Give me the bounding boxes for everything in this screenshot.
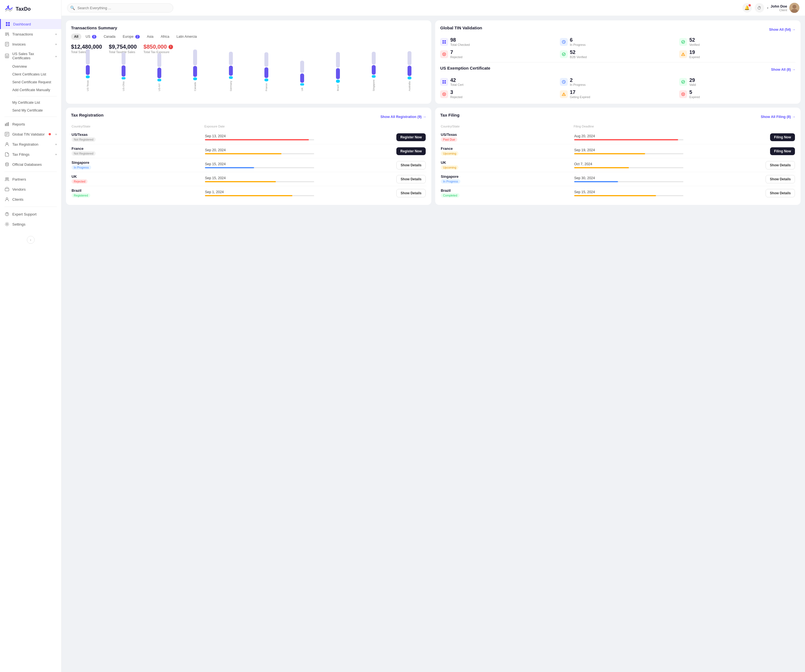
user-area[interactable]: ▾ John Doe Client	[767, 3, 799, 13]
sidebar-label-tax-registration: Tax Registration	[12, 142, 38, 146]
bar-label: France	[265, 83, 268, 91]
stat-box: 98Total Checked	[440, 38, 557, 46]
bar-segment-cyan	[264, 79, 268, 81]
register-now-button[interactable]: Register Now	[396, 147, 426, 155]
stat-box: 52B2B Verified	[560, 50, 676, 59]
filing-col2: Filing Deadline	[573, 125, 684, 128]
status-badge: In Progress	[441, 179, 460, 184]
sidebar-item-transactions[interactable]: Transactions ▾	[0, 29, 61, 39]
table-row: FranceNot RegisteredSep 20, 2024Register…	[71, 144, 426, 158]
svg-point-22	[6, 143, 8, 144]
sidebar-item-us-sales-tax[interactable]: US Sales Tax Certificates ▴	[0, 49, 61, 62]
bar-segment-light	[86, 49, 90, 64]
clock-icon	[560, 78, 568, 86]
chevron-up-icon: ▴	[55, 54, 57, 58]
show-details-button[interactable]: Show Details	[766, 175, 795, 183]
stat-info: 29Valid	[689, 78, 696, 87]
filter-us[interactable]: US 8	[82, 34, 100, 40]
svg-rect-7	[5, 35, 7, 36]
tin-show-all[interactable]: Show All (54) →	[769, 28, 795, 31]
sub-send-request[interactable]: Send Certificate Request	[12, 78, 61, 86]
svg-point-25	[7, 178, 9, 179]
vendors-icon	[5, 187, 10, 192]
sidebar-item-dashboard[interactable]: Dashboard	[0, 19, 61, 29]
stat-value: 7	[450, 50, 462, 55]
exposure-inline: $850,000 !	[143, 44, 173, 50]
bar-group: Singapore	[357, 47, 391, 91]
bar-segment-purple	[372, 65, 376, 75]
sidebar-item-vendors[interactable]: Vendors	[0, 184, 61, 194]
sidebar-item-partners[interactable]: Partners	[0, 174, 61, 184]
sub-my-cert[interactable]: My Certificate List	[12, 99, 61, 107]
show-details-button[interactable]: Show Details	[396, 175, 426, 183]
filter-latin[interactable]: Latin Amercia	[174, 34, 200, 40]
country-cell: US/TexasNot Registered	[72, 133, 203, 142]
bar-segment-light	[122, 52, 125, 65]
sidebar-item-clients[interactable]: Clients	[0, 194, 61, 204]
content-area: Transactions Summary All US 8 Canada Eur…	[61, 16, 805, 672]
stat-label: In Progress	[570, 83, 586, 86]
tin-title: Global TIN Validation	[440, 25, 482, 30]
show-details-button[interactable]: Show Details	[396, 161, 426, 169]
reg-show-all[interactable]: Show All Registration (9) →	[380, 115, 426, 119]
status-badge: Rejected	[72, 179, 87, 184]
svg-rect-2	[8, 22, 10, 24]
sidebar-label-invoices: Invoices	[12, 42, 26, 46]
register-now-button[interactable]: Register Now	[396, 133, 426, 141]
filter-all[interactable]: All	[71, 34, 81, 40]
date-text: Sep 15, 2024	[205, 176, 314, 180]
filing-now-button[interactable]: Filing Now	[770, 133, 795, 141]
sidebar-item-invoices[interactable]: Invoices ▾	[0, 39, 61, 49]
sidebar-item-tax-filings[interactable]: Tax Filings ▾	[0, 149, 61, 159]
sub-client-certs[interactable]: Client Certificates List	[12, 71, 61, 78]
notifications-button[interactable]: 🔔	[743, 3, 752, 13]
bar-label: UK	[301, 87, 304, 91]
sidebar-item-global-tin[interactable]: Global TIN Validator ▾	[0, 129, 61, 139]
filter-africa[interactable]: Africa	[158, 34, 172, 40]
bar-segment-purple	[336, 68, 340, 79]
sidebar-item-settings[interactable]: Settings	[0, 219, 61, 229]
history-button[interactable]: ⏱	[755, 3, 764, 13]
status-badge: Not Registered	[72, 137, 95, 142]
stat-value: 17	[570, 90, 590, 95]
partners-icon	[5, 177, 10, 182]
chevron-down-icon: ▾	[55, 43, 57, 46]
x-icon	[440, 90, 448, 98]
filing-now-button[interactable]: Filing Now	[770, 147, 795, 155]
sub-overview[interactable]: Overview	[12, 62, 61, 71]
progress-bar	[205, 153, 314, 154]
grid-icon	[440, 78, 448, 86]
show-details-button[interactable]: Show Details	[396, 189, 426, 197]
exemption-show-all[interactable]: Show All (8) →	[771, 67, 795, 72]
date-text: Aug 20, 2024	[574, 134, 683, 138]
filing-show-all[interactable]: Show All Filing (8) →	[761, 115, 795, 119]
sidebar-item-reports[interactable]: Reports	[0, 119, 61, 129]
bar-segment-purple	[264, 67, 268, 78]
sidebar: TaxDo Dashboard Transactions ▾ Invoices …	[0, 0, 61, 672]
sub-add-manual[interactable]: Add Certificate Manually	[12, 86, 61, 94]
sidebar-item-official-db[interactable]: Official Databases	[0, 159, 61, 169]
filter-europe[interactable]: Europe 2	[120, 34, 143, 40]
bar-label: US-Ohio	[122, 81, 125, 91]
stat-value: 19	[689, 50, 700, 55]
stat-label: Verified	[689, 43, 700, 46]
filter-asia[interactable]: Asia	[144, 34, 156, 40]
sidebar-item-tax-registration[interactable]: Tax Registration ▾	[0, 139, 61, 149]
bar-segment-cyan	[122, 77, 125, 79]
sidebar-item-expert-support[interactable]: Expert Support	[0, 209, 61, 219]
filings-icon	[5, 152, 10, 157]
date-cell: Aug 20, 2024	[574, 134, 683, 140]
table-row: BrazilCompletedSep 15, 2024Show Details	[440, 186, 795, 200]
show-details-button[interactable]: Show Details	[766, 161, 795, 169]
sub-send-cert[interactable]: Send My Certificate	[12, 107, 61, 114]
bar-segment-cyan	[300, 83, 304, 85]
bar-stack	[214, 48, 248, 79]
user-role: Client	[770, 8, 787, 12]
table-row: UKRejectedSep 15, 2024Show Details	[71, 172, 426, 186]
filter-canada[interactable]: Canada	[100, 34, 118, 40]
search-input[interactable]	[67, 3, 173, 13]
svg-rect-4	[8, 24, 10, 26]
collapse-sidebar-button[interactable]: ‹	[27, 236, 34, 244]
svg-rect-45	[444, 80, 446, 82]
show-details-button[interactable]: Show Details	[766, 189, 795, 197]
